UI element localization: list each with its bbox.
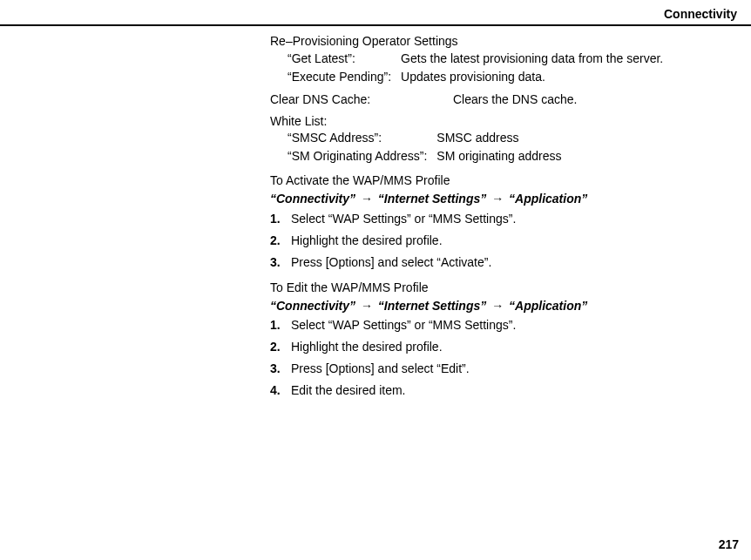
page-header-title: Connectivity	[0, 0, 751, 24]
reprov-item-label: “Get Latest”:	[270, 50, 400, 68]
page-content: Re–Provisioning Operator Settings “Get L…	[270, 33, 725, 399]
whitelist-item-desc: SM originating address	[436, 147, 562, 165]
list-item: 1.Select “WAP Settings” or “MMS Settings…	[270, 317, 725, 334]
nav-path-segment: “Application”	[509, 299, 587, 313]
list-item: 4.Edit the desired item.	[270, 382, 725, 399]
activate-heading: To Activate the WAP/MMS Profile	[270, 172, 725, 189]
activate-steps: 1.Select “WAP Settings” or “MMS Settings…	[270, 211, 725, 271]
nav-path-segment: “Internet Settings”	[378, 192, 486, 206]
step-text: Highlight the desired profile.	[291, 233, 443, 247]
step-text: Highlight the desired profile.	[291, 340, 443, 354]
table-row: “Execute Pending”: Updates provisioning …	[270, 68, 664, 86]
table-row: “Get Latest”: Gets the latest provisioni…	[270, 50, 664, 68]
whitelist-table: “SMSC Address”: SMSC address “SM Origina…	[270, 129, 562, 165]
clear-dns-desc: Clears the DNS cache.	[453, 91, 577, 108]
arrow-icon: →	[359, 299, 375, 313]
list-item: 3.Press [Options] and select “Activate”.	[270, 254, 725, 271]
arrow-icon: →	[490, 299, 505, 313]
step-text: Press [Options] and select “Edit”.	[291, 361, 470, 375]
edit-steps: 1.Select “WAP Settings” or “MMS Settings…	[270, 317, 725, 399]
nav-path-segment: “Application”	[509, 192, 587, 206]
step-text: Press [Options] and select “Activate”.	[291, 255, 491, 269]
nav-path-segment: “Connectivity”	[270, 299, 355, 313]
edit-heading: To Edit the WAP/MMS Profile	[270, 280, 725, 296]
list-item: 1.Select “WAP Settings” or “MMS Settings…	[270, 211, 725, 227]
whitelist-title: White List:	[270, 113, 725, 130]
list-item: 2.Highlight the desired profile.	[270, 233, 725, 249]
whitelist-item-label: “SM Originating Address”:	[270, 147, 436, 165]
reprov-item-desc: Updates provisioning data.	[400, 68, 664, 86]
reprov-item-desc: Gets the latest provisioning data from t…	[400, 50, 664, 68]
whitelist-item-desc: SMSC address	[436, 129, 562, 147]
clear-dns-label: Clear DNS Cache:	[270, 91, 453, 108]
list-item: 2.Highlight the desired profile.	[270, 339, 725, 355]
table-row: “SM Originating Address”: SM originating…	[270, 147, 562, 165]
table-row: “SMSC Address”: SMSC address	[270, 129, 562, 147]
reprov-item-label: “Execute Pending”:	[270, 68, 400, 86]
arrow-icon: →	[359, 192, 375, 206]
arrow-icon: →	[490, 192, 505, 206]
clear-dns-row: Clear DNS Cache: Clears the DNS cache.	[270, 91, 725, 108]
reprov-table: “Get Latest”: Gets the latest provisioni…	[270, 50, 664, 86]
page-number: 217	[719, 537, 739, 551]
step-text: Select “WAP Settings” or “MMS Settings”.	[291, 212, 516, 226]
step-text: Select “WAP Settings” or “MMS Settings”.	[291, 318, 516, 332]
edit-nav-path: “Connectivity” → “Internet Settings” → “…	[270, 298, 725, 314]
activate-nav-path: “Connectivity” → “Internet Settings” → “…	[270, 191, 725, 207]
whitelist-item-label: “SMSC Address”:	[270, 129, 436, 147]
list-item: 3.Press [Options] and select “Edit”.	[270, 361, 725, 377]
step-text: Edit the desired item.	[291, 383, 406, 397]
nav-path-segment: “Connectivity”	[270, 192, 355, 206]
horizontal-rule	[0, 24, 751, 26]
nav-path-segment: “Internet Settings”	[378, 299, 486, 313]
reprov-title: Re–Provisioning Operator Settings	[270, 33, 725, 50]
